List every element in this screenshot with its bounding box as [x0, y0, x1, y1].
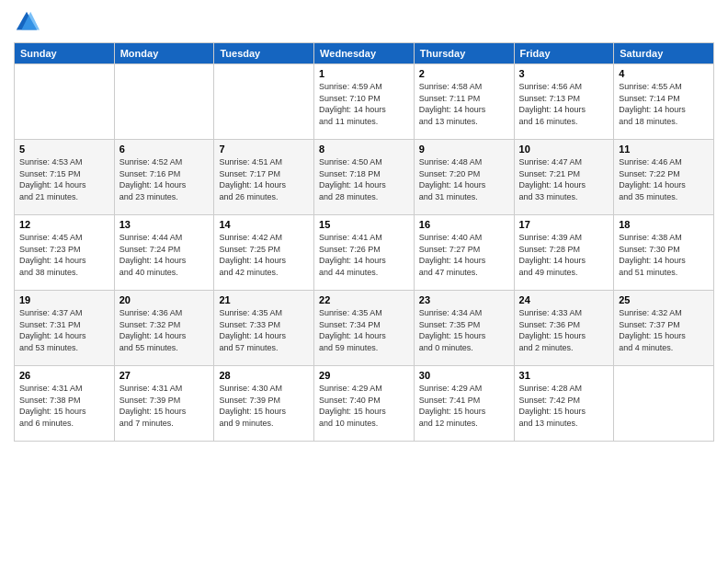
day-number: 27	[119, 370, 210, 381]
day-info: Sunrise: 4:38 AM Sunset: 7:30 PM Dayligh…	[619, 232, 709, 278]
calendar-day-27: 27Sunrise: 4:31 AM Sunset: 7:39 PM Dayli…	[114, 366, 214, 442]
calendar-day-7: 7Sunrise: 4:51 AM Sunset: 7:17 PM Daylig…	[214, 140, 314, 215]
calendar-week-row: 12Sunrise: 4:45 AM Sunset: 7:23 PM Dayli…	[15, 215, 714, 291]
calendar-day-21: 21Sunrise: 4:35 AM Sunset: 7:33 PM Dayli…	[214, 291, 314, 366]
day-info: Sunrise: 4:32 AM Sunset: 7:37 PM Dayligh…	[619, 307, 709, 353]
calendar-day-28: 28Sunrise: 4:30 AM Sunset: 7:39 PM Dayli…	[214, 366, 314, 442]
calendar-day-5: 5Sunrise: 4:53 AM Sunset: 7:15 PM Daylig…	[15, 140, 115, 215]
calendar-day-14: 14Sunrise: 4:42 AM Sunset: 7:25 PM Dayli…	[214, 215, 314, 291]
day-number: 14	[219, 219, 309, 230]
day-info: Sunrise: 4:56 AM Sunset: 7:13 PM Dayligh…	[519, 81, 609, 127]
day-info: Sunrise: 4:33 AM Sunset: 7:36 PM Dayligh…	[519, 307, 609, 353]
day-number: 20	[119, 294, 210, 305]
day-info: Sunrise: 4:58 AM Sunset: 7:11 PM Dayligh…	[419, 81, 509, 127]
day-number: 4	[619, 68, 709, 79]
day-info: Sunrise: 4:52 AM Sunset: 7:16 PM Dayligh…	[119, 156, 210, 202]
calendar-day-3: 3Sunrise: 4:56 AM Sunset: 7:13 PM Daylig…	[514, 64, 614, 140]
day-info: Sunrise: 4:35 AM Sunset: 7:33 PM Dayligh…	[219, 307, 309, 353]
day-info: Sunrise: 4:40 AM Sunset: 7:27 PM Dayligh…	[419, 232, 509, 278]
calendar-day-25: 25Sunrise: 4:32 AM Sunset: 7:37 PM Dayli…	[614, 291, 714, 366]
day-info: Sunrise: 4:29 AM Sunset: 7:41 PM Dayligh…	[419, 383, 509, 429]
calendar-day-16: 16Sunrise: 4:40 AM Sunset: 7:27 PM Dayli…	[414, 215, 514, 291]
calendar-day-23: 23Sunrise: 4:34 AM Sunset: 7:35 PM Dayli…	[414, 291, 514, 366]
calendar-day-10: 10Sunrise: 4:47 AM Sunset: 7:21 PM Dayli…	[514, 140, 614, 215]
day-number: 16	[419, 219, 509, 230]
empty-day-cell	[114, 64, 214, 140]
weekday-header-tuesday: Tuesday	[214, 43, 314, 64]
day-info: Sunrise: 4:35 AM Sunset: 7:34 PM Dayligh…	[319, 307, 409, 353]
day-info: Sunrise: 4:37 AM Sunset: 7:31 PM Dayligh…	[19, 307, 109, 353]
weekday-header-row: SundayMondayTuesdayWednesdayThursdayFrid…	[15, 43, 714, 64]
day-number: 17	[519, 219, 609, 230]
day-number: 13	[119, 219, 210, 230]
day-number: 3	[519, 68, 609, 79]
calendar-day-30: 30Sunrise: 4:29 AM Sunset: 7:41 PM Dayli…	[414, 366, 514, 442]
day-number: 12	[19, 219, 109, 230]
calendar-day-17: 17Sunrise: 4:39 AM Sunset: 7:28 PM Dayli…	[514, 215, 614, 291]
calendar-day-4: 4Sunrise: 4:55 AM Sunset: 7:14 PM Daylig…	[614, 64, 714, 140]
calendar-week-row: 5Sunrise: 4:53 AM Sunset: 7:15 PM Daylig…	[15, 140, 714, 215]
weekday-header-sunday: Sunday	[15, 43, 115, 64]
calendar-week-row: 19Sunrise: 4:37 AM Sunset: 7:31 PM Dayli…	[15, 291, 714, 366]
day-info: Sunrise: 4:30 AM Sunset: 7:39 PM Dayligh…	[219, 383, 309, 429]
day-info: Sunrise: 4:29 AM Sunset: 7:40 PM Dayligh…	[319, 383, 409, 429]
calendar-day-12: 12Sunrise: 4:45 AM Sunset: 7:23 PM Dayli…	[15, 215, 115, 291]
day-info: Sunrise: 4:48 AM Sunset: 7:20 PM Dayligh…	[419, 156, 509, 202]
day-number: 26	[19, 370, 109, 381]
day-info: Sunrise: 4:50 AM Sunset: 7:18 PM Dayligh…	[319, 156, 409, 202]
day-number: 19	[19, 294, 109, 305]
logo-icon	[14, 9, 40, 35]
day-number: 31	[519, 370, 609, 381]
calendar-table: SundayMondayTuesdayWednesdayThursdayFrid…	[14, 42, 714, 442]
calendar-day-26: 26Sunrise: 4:31 AM Sunset: 7:38 PM Dayli…	[15, 366, 115, 442]
calendar-day-31: 31Sunrise: 4:28 AM Sunset: 7:42 PM Dayli…	[514, 366, 614, 442]
day-info: Sunrise: 4:47 AM Sunset: 7:21 PM Dayligh…	[519, 156, 609, 202]
calendar-day-20: 20Sunrise: 4:36 AM Sunset: 7:32 PM Dayli…	[114, 291, 214, 366]
empty-day-cell	[15, 64, 115, 140]
empty-day-cell	[214, 64, 314, 140]
day-number: 22	[319, 294, 409, 305]
logo	[14, 9, 43, 35]
calendar-day-19: 19Sunrise: 4:37 AM Sunset: 7:31 PM Dayli…	[15, 291, 115, 366]
day-info: Sunrise: 4:28 AM Sunset: 7:42 PM Dayligh…	[519, 383, 609, 429]
day-info: Sunrise: 4:31 AM Sunset: 7:39 PM Dayligh…	[119, 383, 210, 429]
day-info: Sunrise: 4:34 AM Sunset: 7:35 PM Dayligh…	[419, 307, 509, 353]
day-number: 2	[419, 68, 509, 79]
day-number: 28	[219, 370, 309, 381]
calendar-day-22: 22Sunrise: 4:35 AM Sunset: 7:34 PM Dayli…	[314, 291, 415, 366]
calendar-day-9: 9Sunrise: 4:48 AM Sunset: 7:20 PM Daylig…	[414, 140, 514, 215]
calendar-day-1: 1Sunrise: 4:59 AM Sunset: 7:10 PM Daylig…	[314, 64, 415, 140]
day-number: 24	[519, 294, 609, 305]
day-number: 10	[519, 144, 609, 155]
day-number: 9	[419, 144, 509, 155]
calendar-week-row: 26Sunrise: 4:31 AM Sunset: 7:38 PM Dayli…	[15, 366, 714, 442]
day-number: 5	[19, 144, 109, 155]
calendar-week-row: 1Sunrise: 4:59 AM Sunset: 7:10 PM Daylig…	[15, 64, 714, 140]
weekday-header-wednesday: Wednesday	[314, 43, 415, 64]
day-number: 25	[619, 294, 709, 305]
day-info: Sunrise: 4:39 AM Sunset: 7:28 PM Dayligh…	[519, 232, 609, 278]
day-info: Sunrise: 4:59 AM Sunset: 7:10 PM Dayligh…	[319, 81, 409, 127]
weekday-header-monday: Monday	[114, 43, 214, 64]
day-number: 6	[119, 144, 210, 155]
day-info: Sunrise: 4:53 AM Sunset: 7:15 PM Dayligh…	[19, 156, 109, 202]
empty-day-cell	[614, 366, 714, 442]
day-number: 7	[219, 144, 309, 155]
day-info: Sunrise: 4:36 AM Sunset: 7:32 PM Dayligh…	[119, 307, 210, 353]
day-info: Sunrise: 4:55 AM Sunset: 7:14 PM Dayligh…	[619, 81, 709, 127]
day-info: Sunrise: 4:46 AM Sunset: 7:22 PM Dayligh…	[619, 156, 709, 202]
day-number: 18	[619, 219, 709, 230]
calendar-day-2: 2Sunrise: 4:58 AM Sunset: 7:11 PM Daylig…	[414, 64, 514, 140]
day-number: 23	[419, 294, 509, 305]
weekday-header-saturday: Saturday	[614, 43, 714, 64]
day-info: Sunrise: 4:41 AM Sunset: 7:26 PM Dayligh…	[319, 232, 409, 278]
calendar-day-29: 29Sunrise: 4:29 AM Sunset: 7:40 PM Dayli…	[314, 366, 415, 442]
day-number: 21	[219, 294, 309, 305]
day-number: 8	[319, 144, 409, 155]
day-info: Sunrise: 4:45 AM Sunset: 7:23 PM Dayligh…	[19, 232, 109, 278]
calendar-day-6: 6Sunrise: 4:52 AM Sunset: 7:16 PM Daylig…	[114, 140, 214, 215]
day-number: 1	[319, 68, 409, 79]
day-info: Sunrise: 4:44 AM Sunset: 7:24 PM Dayligh…	[119, 232, 210, 278]
calendar-day-18: 18Sunrise: 4:38 AM Sunset: 7:30 PM Dayli…	[614, 215, 714, 291]
day-number: 29	[319, 370, 409, 381]
